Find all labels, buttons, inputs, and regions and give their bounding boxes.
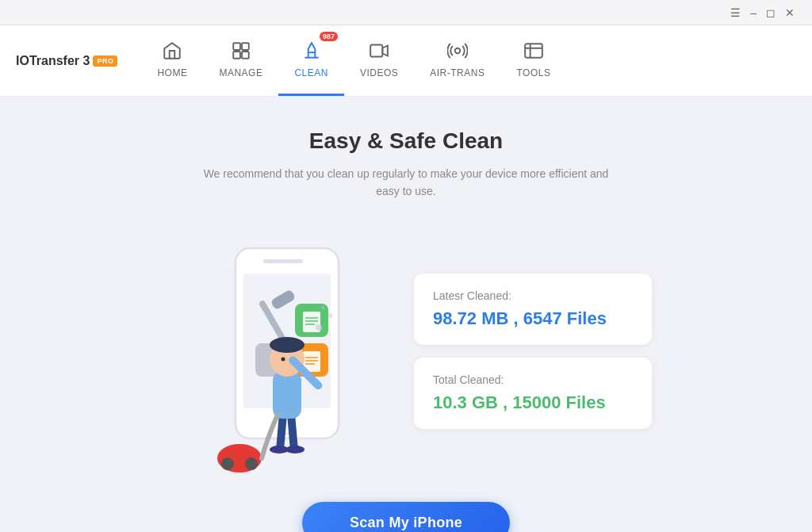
tab-videos[interactable]: VIDEOS [344,25,414,96]
tab-home[interactable]: HOME [141,25,203,96]
clean-icon [301,40,322,64]
svg-rect-4 [370,44,382,56]
svg-point-36 [316,324,322,331]
svg-point-31 [282,357,285,361]
tab-airtrans[interactable]: AIR-TRANS [414,25,500,96]
menu-button[interactable]: ☰ [726,3,745,22]
stats-area: Latesr Cleaned: 98.72 MB , 6547 Files To… [414,274,652,429]
tab-airtrans-label: AIR-TRANS [430,67,485,78]
page-title: Easy & Safe Clean [309,128,503,154]
svg-rect-28 [273,371,301,419]
tab-home-label: HOME [157,67,187,78]
svg-rect-6 [525,44,542,57]
minimize-button[interactable]: – [745,3,761,22]
window-chrome: ☰ – ◻ ✕ [0,0,812,25]
maximize-button[interactable]: ◻ [761,3,780,22]
svg-point-38 [321,306,324,309]
app-container: IOTransfer 3 PRO HOME [0,25,812,532]
page-subtitle: We recommend that you clean up regularly… [200,165,612,201]
svg-point-5 [455,48,461,54]
svg-rect-3 [242,52,249,59]
tab-manage[interactable]: MANAGE [203,25,278,96]
svg-point-30 [270,337,304,353]
tab-manage-label: MANAGE [219,67,262,78]
svg-rect-1 [242,43,249,50]
content-row: Latesr Cleaned: 98.72 MB , 6547 Files To… [89,224,723,478]
tools-icon [523,40,544,64]
close-button[interactable]: ✕ [780,3,799,22]
logo-badge: PRO [93,55,117,67]
svg-point-37 [328,313,333,318]
scan-button[interactable]: Scan My iPhone [302,502,510,532]
svg-rect-2 [233,52,240,59]
logo-text: IOTransfer 3 [16,54,90,68]
stat-total-label: Total Cleaned: [433,373,633,386]
stat-recent-value: 98.72 MB , 6547 Files [433,308,633,329]
stat-recent-label: Latesr Cleaned: [433,289,633,302]
main-content: Easy & Safe Clean We recommend that you … [0,97,812,532]
header: IOTransfer 3 PRO HOME [0,25,812,97]
manage-icon [231,40,251,64]
svg-rect-0 [233,43,240,50]
svg-rect-8 [263,259,303,263]
stat-card-recent: Latesr Cleaned: 98.72 MB , 6547 Files [414,274,652,345]
tab-clean[interactable]: 987 CLEAN [278,25,344,96]
cleaning-illustration [160,224,382,478]
stat-card-total: Total Cleaned: 10.3 GB , 15000 Files [414,358,652,429]
stat-total-value: 10.3 GB , 15000 Files [433,392,633,413]
illustration-area [160,224,382,478]
tab-tools-label: TOOLS [516,67,550,78]
svg-point-35 [245,457,258,470]
videos-icon [369,40,389,64]
tab-tools[interactable]: TOOLS [500,25,566,96]
logo-area: IOTransfer 3 PRO [16,54,117,68]
airtrans-icon [447,40,468,64]
nav-tabs: HOME MANAGE 987 [141,25,796,96]
svg-point-27 [285,446,304,454]
home-icon [162,40,182,64]
svg-point-34 [221,457,234,470]
clean-badge: 987 [320,32,338,41]
tab-videos-label: VIDEOS [360,67,398,78]
tab-clean-label: CLEAN [294,67,328,78]
